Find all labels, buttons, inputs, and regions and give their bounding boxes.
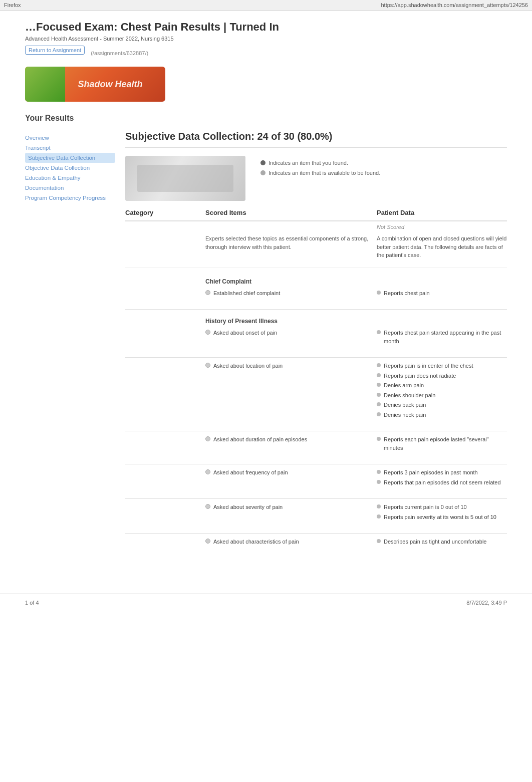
- patient-dot-char-1: [377, 539, 381, 543]
- scored-dot-duration: [205, 436, 210, 441]
- scored-dot-chief: [205, 290, 210, 295]
- data-row-severity: Asked about severity of pain Reports cur…: [125, 503, 507, 526]
- category-label-spacer-hpi: [125, 318, 205, 325]
- scored-item-duration: Asked about duration of pain episodes: [213, 435, 307, 444]
- header-patient-data: Patient Data: [377, 209, 507, 216]
- expert-row: Experts selected these topics as essenti…: [125, 234, 507, 268]
- patient-dot-freq-2: [377, 480, 381, 484]
- return-link-path: (/assignments/632887/): [91, 50, 148, 56]
- data-row-characteristics: Asked about characteristics of pain Desc…: [125, 538, 507, 551]
- scored-item-onset: Asked about onset of pain: [213, 329, 277, 337]
- legend-available-item: Indicates an item that is available to b…: [260, 170, 380, 176]
- data-col-scored-frequency: Asked about frequency of pain: [205, 468, 377, 486]
- legend-found-item: Indicates an item that you found.: [260, 160, 380, 166]
- not-scored-text: Not Scored: [377, 224, 404, 230]
- table-headers: Category Scored Items Patient Data: [125, 209, 507, 221]
- data-col-scored-characteristics: Asked about characteristics of pain: [205, 538, 377, 546]
- patient-item-duration: Reports each pain episode lasted "severa…: [377, 435, 507, 452]
- sidebar-item-overview[interactable]: Overview: [25, 133, 115, 143]
- patient-text-onset: Reports chest pain started appearing in …: [384, 329, 507, 345]
- data-row-location: Asked about location of pain Reports pai…: [125, 362, 507, 424]
- patient-item-onset: Reports chest pain started appearing in …: [377, 329, 507, 345]
- legend-image: [125, 156, 245, 201]
- divider-6: [125, 533, 507, 534]
- page-content: …Focused Exam: Chest Pain Results | Turn…: [0, 11, 532, 578]
- sidebar-item-subjective[interactable]: Subjective Data Collection: [25, 153, 115, 163]
- patient-dot-loc-4: [377, 393, 381, 397]
- patient-text-loc-5: Denies back pain: [384, 401, 426, 409]
- data-col-cat-duration: [125, 435, 205, 452]
- data-col-patient-onset: Reports chest pain started appearing in …: [377, 329, 507, 345]
- data-col-scored-location: Asked about location of pain: [205, 362, 377, 419]
- patient-item-chest-pain: Reports chest pain: [377, 289, 507, 298]
- scored-dot-location: [205, 363, 210, 368]
- section-title: Subjective Data Collection: 24 of 30 (80…: [125, 131, 507, 148]
- category-hpi-heading: History of Present Illness: [125, 318, 507, 325]
- expert-patient-text: A combination of open and closed questio…: [377, 234, 507, 259]
- scored-dot-severity: [205, 504, 210, 509]
- sidebar-item-education[interactable]: Education & Empathy: [25, 173, 115, 183]
- data-col-scored-duration: Asked about duration of pain episodes: [205, 435, 377, 452]
- scored-dot-characteristics: [205, 539, 210, 544]
- data-col-cat-severity: [125, 503, 205, 521]
- expert-scored-text: Experts selected these topics as essenti…: [205, 234, 377, 259]
- legend-found-text: Indicates an item that you found.: [269, 160, 348, 166]
- patient-dot-freq-1: [377, 470, 381, 474]
- patient-text-sev-1: Reports current pain is 0 out of 10: [384, 503, 467, 511]
- expert-spacer: [125, 234, 205, 259]
- not-scored-row: Not Scored: [125, 223, 507, 230]
- data-row-duration: Asked about duration of pain episodes Re…: [125, 435, 507, 457]
- data-col-scored-chief: Established chief complaint: [205, 289, 377, 298]
- patient-text-freq-1: Reports 3 pain episodes in past month: [384, 468, 478, 477]
- page-title: …Focused Exam: Chest Pain Results | Turn…: [25, 21, 507, 34]
- patient-text-loc-1: Reports pain is in center of the chest: [384, 362, 473, 370]
- data-col-cat-chief: [125, 289, 205, 298]
- browser-app-name: Firefox: [4, 2, 21, 8]
- patient-text-char-1: Describes pain as tight and uncomfortabl…: [384, 538, 486, 546]
- patient-item-loc-2: Reports pain does not radiate: [377, 372, 507, 380]
- patient-dot-duration: [377, 437, 381, 441]
- patient-text-loc-6: Denies neck pain: [384, 411, 426, 419]
- return-to-assignment-link[interactable]: Return to Assignment: [25, 46, 85, 55]
- logo-text: Shadow Health: [78, 79, 142, 90]
- divider-3: [125, 431, 507, 431]
- data-row-frequency: Asked about frequency of pain Reports 3 …: [125, 468, 507, 491]
- legend-row: Indicates an item that you found. Indica…: [125, 156, 507, 201]
- browser-url: https://app.shadowhealth.com/assignment_…: [381, 2, 528, 8]
- patient-dot-loc-2: [377, 373, 381, 377]
- data-col-cat-characteristics: [125, 538, 205, 546]
- sidebar-item-transcript[interactable]: Transcript: [25, 143, 115, 153]
- data-col-cat-onset: [125, 329, 205, 345]
- data-col-scored-onset: Asked about onset of pain: [205, 329, 377, 345]
- patient-dot-loc-3: [377, 383, 381, 387]
- patient-item-loc-3: Denies arm pain: [377, 381, 507, 390]
- header-scored-items: Scored Items: [205, 209, 377, 216]
- patient-text-duration: Reports each pain episode lasted "severa…: [384, 435, 507, 452]
- data-col-patient-characteristics: Describes pain as tight and uncomfortabl…: [377, 538, 507, 546]
- page-footer: 1 of 4 8/7/2022, 3:49 P: [0, 593, 532, 612]
- header-category: Category: [125, 209, 205, 216]
- scored-dot-onset: [205, 330, 210, 335]
- footer-timestamp: 8/7/2022, 3:49 P: [466, 600, 507, 606]
- not-scored-label: [205, 223, 377, 230]
- sidebar-item-objective[interactable]: Objective Data Collection: [25, 163, 115, 173]
- data-col-patient-duration: Reports each pain episode lasted "severa…: [377, 435, 507, 452]
- logo-banner: Shadow Health: [25, 67, 165, 102]
- data-col-patient-severity: Reports current pain is 0 out of 10 Repo…: [377, 503, 507, 521]
- data-row-onset: Asked about onset of pain Reports chest …: [125, 329, 507, 350]
- sidebar-item-documentation[interactable]: Documentation: [25, 183, 115, 193]
- not-scored-spacer: [125, 223, 205, 230]
- patient-dot-sev-1: [377, 504, 381, 508]
- patient-text-loc-2: Reports pain does not radiate: [384, 372, 456, 380]
- scored-item-characteristics: Asked about characteristics of pain: [213, 538, 299, 546]
- your-results-title: Your Results: [25, 114, 507, 123]
- available-dot: [260, 170, 265, 175]
- patient-text-sev-2: Reports pain severity at its worst is 5 …: [384, 513, 496, 522]
- patient-item-loc-5: Denies back pain: [377, 401, 507, 409]
- scored-item-frequency: Asked about frequency of pain: [213, 468, 288, 477]
- category-chief-complaint-name: Chief Complaint: [205, 278, 251, 285]
- divider-1: [125, 309, 507, 310]
- data-col-patient-frequency: Reports 3 pain episodes in past month Re…: [377, 468, 507, 486]
- sidebar-item-competency[interactable]: Program Competency Progress: [25, 193, 115, 203]
- patient-item-char-1: Describes pain as tight and uncomfortabl…: [377, 538, 507, 546]
